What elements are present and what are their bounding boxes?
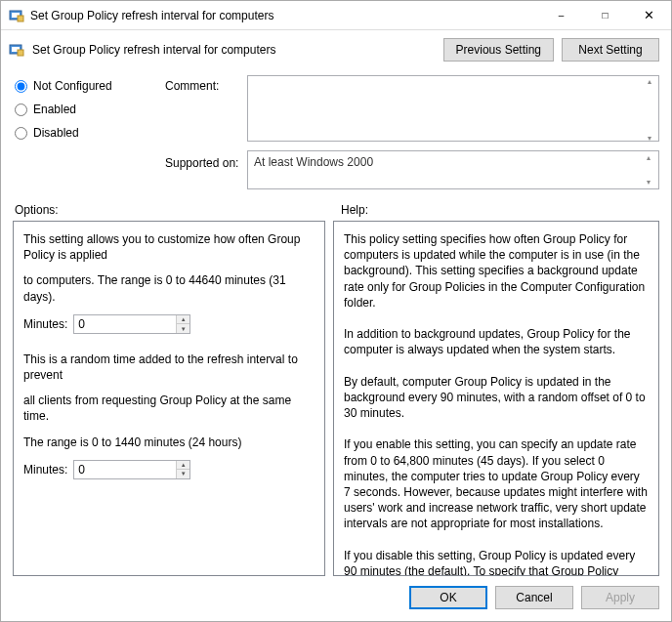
svg-rect-5 xyxy=(18,50,23,56)
apply-button[interactable]: Apply xyxy=(581,586,659,609)
previous-setting-button[interactable]: Previous Setting xyxy=(443,38,554,62)
comment-label: Comment: xyxy=(165,75,243,93)
window-title: Set Group Policy refresh interval for co… xyxy=(30,9,539,22)
minutes-spinner-2[interactable]: ▲ ▼ xyxy=(73,460,190,479)
minutes-label-1: Minutes: xyxy=(23,316,67,332)
help-text: This policy setting specifies how often … xyxy=(344,231,649,576)
help-label: Help: xyxy=(341,203,659,217)
minimize-button[interactable]: – xyxy=(539,1,583,29)
titlebar: Set Group Policy refresh interval for co… xyxy=(1,1,671,30)
policy-icon xyxy=(9,42,24,58)
spinner-up-icon[interactable]: ▲ xyxy=(177,315,189,325)
header-row: Set Group Policy refresh interval for co… xyxy=(1,30,671,69)
radio-enabled[interactable]: Enabled xyxy=(15,103,161,116)
spinner-down-icon[interactable]: ▼ xyxy=(177,470,189,478)
radio-enabled-label: Enabled xyxy=(33,103,76,116)
state-radio-group: Not Configured Enabled Disabled xyxy=(15,75,161,145)
options-text: all clients from requesting Group Policy… xyxy=(23,393,315,424)
supported-on-label: Supported on: xyxy=(165,150,243,170)
svg-rect-2 xyxy=(18,16,23,21)
cancel-button[interactable]: Cancel xyxy=(495,586,573,609)
minutes-spinner-1[interactable]: ▲ ▼ xyxy=(73,314,190,334)
options-text: This setting allows you to customize how… xyxy=(23,231,315,263)
supported-on-box: At least Windows 2000 ▴ ▾ xyxy=(247,150,659,189)
header-title: Set Group Policy refresh interval for co… xyxy=(32,43,436,57)
spinner-up-icon[interactable]: ▲ xyxy=(177,461,189,471)
options-label: Options: xyxy=(15,203,341,217)
minutes-input-2[interactable] xyxy=(74,461,176,478)
radio-disabled-input[interactable] xyxy=(15,127,27,140)
options-text: This is a random time added to the refre… xyxy=(23,352,315,383)
next-setting-button[interactable]: Next Setting xyxy=(562,38,659,62)
minutes-label-2: Minutes: xyxy=(23,462,67,477)
options-text: to computers. The range is 0 to 44640 mi… xyxy=(23,272,315,304)
radio-enabled-input[interactable] xyxy=(15,104,27,116)
ok-button[interactable]: OK xyxy=(409,586,487,609)
radio-disabled[interactable]: Disabled xyxy=(15,126,161,140)
supported-on-value: At least Windows 2000 xyxy=(254,155,373,169)
options-text: The range is 0 to 1440 minutes (24 hours… xyxy=(23,435,315,450)
footer: OK Cancel Apply xyxy=(1,576,671,621)
options-pane: This setting allows you to customize how… xyxy=(13,221,325,576)
spinner-down-icon[interactable]: ▼ xyxy=(177,324,189,333)
comment-textarea[interactable] xyxy=(247,75,659,142)
close-button[interactable]: ✕ xyxy=(627,1,671,29)
scroll-up-icon: ▴ xyxy=(641,153,656,162)
help-pane: This policy setting specifies how often … xyxy=(333,221,659,576)
scroll-down-icon: ▾ xyxy=(641,178,656,187)
dialog-window: Set Group Policy refresh interval for co… xyxy=(0,0,672,622)
minutes-input-1[interactable] xyxy=(74,315,176,333)
radio-not-configured[interactable]: Not Configured xyxy=(15,79,161,93)
radio-not-configured-label: Not Configured xyxy=(33,79,112,93)
maximize-button[interactable]: □ xyxy=(583,1,627,29)
app-icon xyxy=(9,8,24,23)
radio-not-configured-input[interactable] xyxy=(15,80,27,93)
radio-disabled-label: Disabled xyxy=(33,126,79,140)
